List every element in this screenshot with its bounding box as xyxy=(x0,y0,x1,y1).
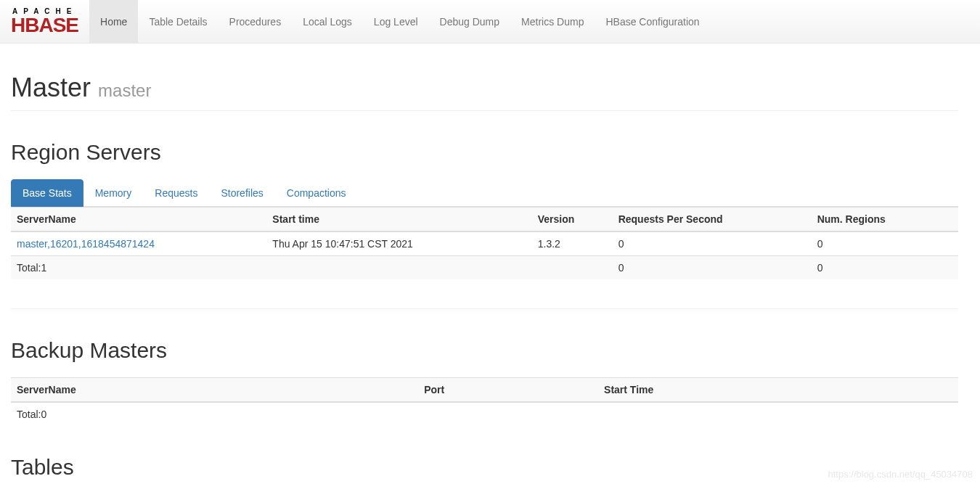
main-container: Master master Region Servers Base Stats … xyxy=(0,44,969,480)
nav-debug-dump[interactable]: Debug Dump xyxy=(429,0,511,44)
cell-num-regions: 0 xyxy=(812,231,958,256)
nav-log-level[interactable]: Log Level xyxy=(363,0,429,44)
table-total-row: Total:1 0 0 xyxy=(11,256,958,280)
tab-storefiles[interactable]: Storefiles xyxy=(209,179,274,207)
cell-start-time: Thu Apr 15 10:47:51 CST 2021 xyxy=(266,231,531,256)
nav-metrics-dump[interactable]: Metrics Dump xyxy=(510,0,595,44)
page-header: Master master xyxy=(11,44,958,111)
tables-section: Tables xyxy=(11,455,958,480)
cell-total-version xyxy=(532,256,613,280)
region-servers-section: Region Servers Base Stats Memory Request… xyxy=(11,140,958,309)
backup-masters-section: Backup Masters ServerName Port Start Tim… xyxy=(11,338,958,426)
col-version: Version xyxy=(532,208,613,232)
cell-version: 1.3.2 xyxy=(532,231,613,256)
page-title: Master master xyxy=(11,73,958,103)
col-server-name: ServerName xyxy=(11,208,266,232)
nav-local-logs[interactable]: Local Logs xyxy=(292,0,363,44)
col-num-regions: Num. Regions xyxy=(812,208,958,232)
top-navbar: APACHE HBASE Home Table Details Procedur… xyxy=(0,0,980,44)
col-port: Port xyxy=(418,378,598,403)
region-servers-heading: Region Servers xyxy=(11,140,958,165)
tab-requests[interactable]: Requests xyxy=(143,179,209,207)
cell-total-start-time xyxy=(266,256,531,280)
table-row: master,16201,1618454871424 Thu Apr 15 10… xyxy=(11,231,958,256)
region-servers-tabs: Base Stats Memory Requests Storefiles Co… xyxy=(11,179,958,207)
page-title-text: Master xyxy=(11,73,91,102)
cell-total-label: Total:1 xyxy=(11,256,266,280)
tab-memory[interactable]: Memory xyxy=(83,179,144,207)
col-start-time: Start time xyxy=(266,208,531,232)
table-header-row: ServerName Start time Version Requests P… xyxy=(11,208,958,232)
backup-masters-heading: Backup Masters xyxy=(11,338,958,363)
nav-table-details[interactable]: Table Details xyxy=(138,0,218,44)
col-server-name: ServerName xyxy=(11,378,418,403)
tables-heading: Tables xyxy=(11,455,958,480)
nav-procedures[interactable]: Procedures xyxy=(219,0,293,44)
page-subtitle: master xyxy=(98,81,151,100)
server-link[interactable]: master,16201,1618454871424 xyxy=(17,238,155,250)
region-servers-table: ServerName Start time Version Requests P… xyxy=(11,207,958,279)
hbase-logo[interactable]: APACHE HBASE xyxy=(11,8,78,36)
cell-total-num-regions: 0 xyxy=(812,256,958,280)
nav-home[interactable]: Home xyxy=(89,0,138,44)
table-header-row: ServerName Port Start Time xyxy=(11,378,958,403)
backup-masters-table: ServerName Port Start Time Total:0 xyxy=(11,377,958,426)
table-total-row: Total:0 xyxy=(11,402,958,426)
cell-total-label: Total:0 xyxy=(11,402,418,426)
tab-compactions[interactable]: Compactions xyxy=(275,179,358,207)
col-start-time: Start Time xyxy=(598,378,958,403)
cell-server-name: master,16201,1618454871424 xyxy=(11,231,266,256)
tab-base-stats[interactable]: Base Stats xyxy=(11,179,83,207)
cell-rps: 0 xyxy=(613,231,812,256)
nav-hbase-configuration[interactable]: HBase Configuration xyxy=(595,0,710,44)
col-rps: Requests Per Second xyxy=(613,208,812,232)
cell-total-rps: 0 xyxy=(613,256,812,280)
nav-items: Home Table Details Procedures Local Logs… xyxy=(89,0,711,44)
logo-bottom-text: HBASE xyxy=(11,15,78,36)
